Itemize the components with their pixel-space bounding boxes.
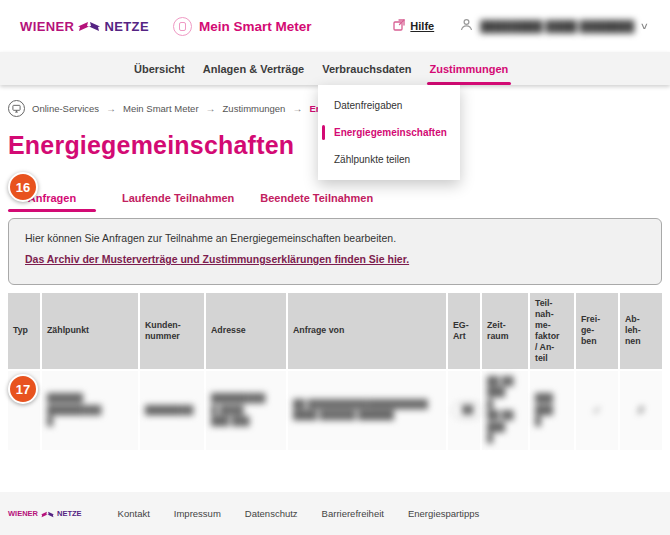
tab-laufende-teilnahmen[interactable]: Laufende Teilnahmen — [122, 186, 234, 212]
wiener-netze-logo[interactable]: WIENER NETZE — [20, 19, 149, 34]
user-menu[interactable]: ████████ ████ ███████ ∨ — [452, 13, 656, 39]
redacted-adresse: █████████ █ ████ ███ ███ — [211, 393, 265, 427]
breadcrumb-zustimmungen[interactable]: Zustimmungen — [223, 103, 286, 114]
footer-logo-wiener: WIENER — [8, 509, 38, 518]
approve-check-icon[interactable]: ✓ — [581, 403, 613, 418]
breadcrumb-online-services[interactable]: Online-Services — [32, 103, 99, 114]
cell-zeitraum: ██ ██ ███ █ ██ ██ ███ █ — [482, 371, 528, 450]
info-text: Hier können Sie Anfragen zur Teilnahme a… — [25, 232, 645, 244]
cell-ablehnen: ✗ — [620, 371, 662, 450]
requests-table: Typ Zählpunkt Kunden- nummer Adresse Anf… — [8, 293, 662, 450]
col-header-zaehlpunkt: Zählpunkt — [42, 293, 138, 369]
redacted-zeitraum: ██ ██ ███ █ ██ ██ ███ █ — [487, 376, 523, 445]
logo-word-netze: NETZE — [104, 19, 149, 34]
page: WIENER NETZE Mein Smart Meter Hilfe ████… — [0, 0, 670, 535]
redacted-zaehlpunkt: ██████ █████████ █ — [47, 393, 133, 427]
redacted-teilnahmefaktor: ███ ███ █ — [535, 393, 569, 427]
col-header-typ: Typ — [8, 293, 40, 369]
footer-link-kontakt[interactable]: Kontakt — [118, 508, 150, 519]
nav-item-anlagen-vertraege[interactable]: Anlagen & Verträge — [194, 52, 313, 85]
help-link[interactable]: Hilfe — [393, 17, 434, 35]
cell-freigeben: ✓ — [576, 371, 618, 450]
header-right: Hilfe ████████ ████ ███████ ∨ — [393, 13, 656, 39]
cell-teilnahmefaktor: ███ ███ █ — [530, 371, 574, 450]
smart-meter-icon — [173, 17, 192, 36]
app-name: Mein Smart Meter — [199, 19, 312, 34]
user-name-redacted: ████████ ████ ███████ — [480, 20, 634, 32]
tabs: Anfragen Laufende Teilnahmen Beendete Te… — [8, 186, 399, 212]
zustimmungen-dropdown: Datenfreigaben Energiegemeinschaften Zäh… — [318, 85, 460, 180]
menu-item-zaehlpunkte-teilen[interactable]: Zählpunkte teilen — [318, 146, 460, 173]
footer-logo-netze: NETZE — [57, 509, 82, 518]
redacted-anfrage-von: ██ ████████████████████ ████ ██████ ████… — [293, 399, 428, 422]
col-header-teilnahmefaktor: Teil- nah- me- faktor / An- teil — [530, 293, 574, 369]
page-title: Energiegemeinschaften — [8, 131, 294, 160]
nav-item-verbrauchsdaten[interactable]: Verbrauchsdaten — [313, 52, 420, 85]
user-icon — [460, 18, 473, 34]
breadcrumb-separator: → — [106, 103, 116, 114]
reject-icon[interactable]: ✗ — [625, 403, 657, 418]
header: WIENER NETZE Mein Smart Meter Hilfe ████… — [0, 0, 670, 52]
footer-link-datenschutz[interactable]: Datenschutz — [245, 508, 298, 519]
breadcrumb-separator: → — [206, 103, 216, 114]
table-row: ██████ █████████ █ ████████ █████████ █ … — [8, 371, 662, 450]
tab-beendete-teilnahmen[interactable]: Beendete Teilnahmen — [260, 186, 373, 212]
cell-zaehlpunkt: ██████ █████████ █ — [42, 371, 138, 450]
main-nav: Übersicht Anlagen & Verträge Verbrauchsd… — [0, 52, 670, 85]
col-header-freigeben: Frei- ge- ben — [576, 293, 618, 369]
menu-item-energiegemeinschaften[interactable]: Energiegemeinschaften — [318, 119, 460, 146]
help-label: Hilfe — [410, 20, 434, 32]
footer: WIENER NETZE Kontakt Impressum Datenschu… — [0, 492, 670, 535]
col-header-zeitraum: Zeit- raum — [482, 293, 528, 369]
footer-link-energiespartipps[interactable]: Energiespartipps — [408, 508, 479, 519]
logo-word-wiener: WIENER — [20, 19, 74, 34]
cell-anfrage-von: ██ ████████████████████ ████ ██████ ████… — [288, 371, 446, 450]
col-header-ablehnen: Ab- leh- nen — [620, 293, 662, 369]
footer-logo[interactable]: WIENER NETZE — [8, 505, 82, 523]
external-link-icon — [393, 17, 405, 35]
monitor-icon — [8, 100, 25, 117]
annotation-badge-16: 16 — [8, 172, 38, 202]
breadcrumb-separator: → — [292, 103, 302, 114]
eg-art-badge: ██ — [453, 402, 482, 419]
chevron-down-icon: ∨ — [640, 21, 649, 31]
menu-item-datenfreigaben[interactable]: Datenfreigaben — [318, 92, 460, 119]
nav-item-zustimmungen[interactable]: Zustimmungen — [421, 52, 518, 85]
cell-eg-art: ██ — [448, 371, 480, 450]
annotation-badge-17: 17 — [8, 374, 38, 404]
col-header-kundennummer: Kunden- nummer — [140, 293, 204, 369]
cell-adresse: █████████ █ ████ ███ ███ — [206, 371, 286, 450]
cell-kundennummer: ████████ — [140, 371, 204, 450]
wiener-netze-logo-icon — [78, 19, 100, 34]
archive-link[interactable]: Das Archiv der Musterverträge und Zustim… — [25, 253, 645, 265]
table-header-row: Typ Zählpunkt Kunden- nummer Adresse Anf… — [8, 293, 662, 369]
nav-item-uebersicht[interactable]: Übersicht — [125, 52, 194, 85]
info-box: Hier können Sie Anfragen zur Teilnahme a… — [8, 218, 662, 285]
breadcrumb-mein-smart-meter[interactable]: Mein Smart Meter — [123, 103, 199, 114]
app-brand[interactable]: Mein Smart Meter — [173, 17, 312, 36]
footer-link-impressum[interactable]: Impressum — [174, 508, 221, 519]
footer-logo-icon — [41, 505, 54, 523]
col-header-adresse: Adresse — [206, 293, 286, 369]
footer-link-barrierefreiheit[interactable]: Barrierefreiheit — [322, 508, 384, 519]
col-header-anfrage-von: Anfrage von — [288, 293, 446, 369]
redacted-kundennummer: ████████ — [145, 405, 193, 416]
col-header-eg-art: EG- Art — [448, 293, 480, 369]
